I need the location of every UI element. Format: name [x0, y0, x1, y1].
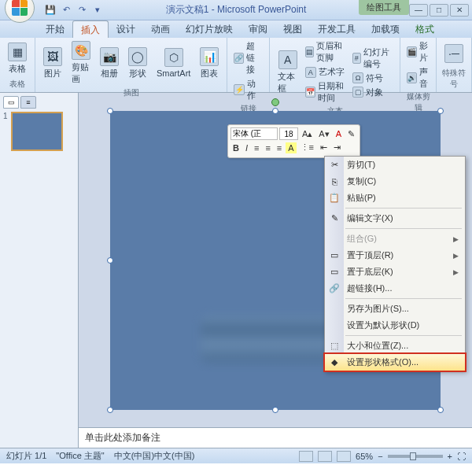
slideshow-view-button[interactable]	[337, 451, 351, 462]
slide-thumbnail[interactable]: 1	[3, 112, 75, 151]
chart-button[interactable]: 📊图表	[197, 46, 222, 81]
tab-format[interactable]: 格式	[407, 20, 442, 38]
normal-view-button[interactable]	[299, 451, 313, 462]
chart-label: 图表	[201, 68, 218, 79]
slidenumber-button[interactable]: #幻灯片编号	[351, 46, 395, 71]
undo-icon[interactable]: ↶	[60, 4, 72, 17]
shapes-button[interactable]: ◯形状	[125, 46, 150, 81]
zoom-level[interactable]: 65%	[356, 452, 373, 461]
picture-icon: 🖼	[43, 47, 62, 66]
picture-button[interactable]: 🖼图片	[40, 46, 65, 81]
align-right-icon[interactable]: ≡	[275, 142, 284, 153]
selection-handle[interactable]	[107, 257, 113, 264]
zoom-out-icon[interactable]: −	[378, 452, 382, 461]
menu-item[interactable]: ▭置于底层(K)▶	[325, 264, 465, 280]
tab-developer[interactable]: 开发工具	[310, 20, 363, 38]
menu-separator	[345, 208, 462, 208]
tab-home[interactable]: 开始	[38, 20, 72, 38]
special-icon: ·─	[444, 44, 463, 63]
office-button[interactable]	[5, 0, 35, 23]
menu-item[interactable]: ⎘复制(C)	[325, 173, 465, 190]
italic-icon[interactable]: I	[243, 142, 250, 153]
qat-dropdown-icon[interactable]: ▾	[91, 4, 104, 17]
menu-item[interactable]: ▭置于顶层(R)▶	[325, 247, 465, 264]
tab-design[interactable]: 设计	[109, 20, 143, 38]
selection-handle[interactable]	[107, 407, 113, 413]
tables-button[interactable]: ▦表格	[5, 41, 30, 76]
thumb-number: 1	[3, 112, 8, 120]
close-button[interactable]: ✕	[450, 4, 469, 17]
tab-review[interactable]: 审阅	[241, 20, 275, 38]
smartart-icon: ⬡	[164, 48, 183, 67]
status-language[interactable]: 中文(中国)中文(中国)	[114, 450, 195, 462]
selection-handle[interactable]	[272, 407, 278, 413]
special-symbol-button[interactable]: ·─	[441, 42, 466, 65]
smartart-button[interactable]: ⬡SmartArt	[153, 46, 194, 79]
tab-insert[interactable]: 插入	[72, 20, 109, 38]
movie-button[interactable]: 🎬影片	[405, 39, 431, 65]
main-area: A▴ A▾ A ✎ B I ≡ ≡ ≡ A ⋮≡ ⇤ ⇥ ✂剪切(T)⎘复制(C…	[79, 93, 472, 448]
zoom-slider[interactable]	[388, 455, 443, 458]
fit-window-icon[interactable]: ⛶	[457, 452, 466, 461]
menu-item-label: 剪切(T)	[347, 159, 375, 171]
menu-item[interactable]: 🔗超链接(H)...	[325, 280, 465, 297]
indent-decrease-icon[interactable]: ⇤	[318, 142, 330, 153]
sound-button[interactable]: 🔊声音	[405, 65, 431, 90]
zoom-in-icon[interactable]: +	[448, 452, 452, 461]
menu-item[interactable]: 📋粘贴(P)	[325, 190, 465, 206]
font-size[interactable]	[279, 127, 298, 140]
menu-item[interactable]: 设置为默认形状(D)	[325, 317, 465, 334]
notes-pane[interactable]: 单击此处添加备注	[79, 427, 472, 448]
clipart-button[interactable]: 🎨剪贴画	[68, 39, 94, 87]
grow-font-icon[interactable]: A▴	[300, 128, 315, 140]
menu-item[interactable]: ⬚大小和位置(Z)...	[325, 338, 465, 354]
highlight-icon[interactable]: A	[286, 142, 296, 153]
wordart-button[interactable]: A艺术字	[304, 65, 348, 79]
selection-handle[interactable]	[107, 108, 113, 114]
header-label: 页眉和页脚	[316, 40, 346, 64]
save-icon[interactable]: 💾	[44, 4, 57, 17]
selection-handle[interactable]	[437, 108, 444, 114]
selection-handle[interactable]	[272, 108, 278, 114]
maximize-button[interactable]: □	[430, 4, 448, 17]
minimize-button[interactable]: —	[409, 4, 428, 17]
hyperlink-button[interactable]: 🔗超链接	[232, 39, 264, 76]
quick-access-toolbar: 💾 ↶ ↷ ▾	[44, 4, 104, 17]
bullets-icon[interactable]: ⋮≡	[298, 142, 316, 153]
rotate-handle[interactable]	[271, 98, 279, 106]
selection-handle[interactable]	[437, 407, 444, 413]
menu-item-label: 设置形状格式(O)...	[347, 356, 419, 368]
symbol-button[interactable]: Ω符号	[351, 72, 395, 85]
album-button[interactable]: 📷相册	[97, 46, 122, 81]
align-center-icon[interactable]: ≡	[263, 142, 272, 153]
align-left-icon[interactable]: ≡	[252, 142, 261, 153]
thumb-preview	[11, 112, 63, 151]
sound-label: 声音	[419, 66, 430, 90]
font-color-icon[interactable]: A	[334, 128, 344, 139]
textbox-button[interactable]: A文本框	[275, 49, 300, 96]
indent-increase-icon[interactable]: ⇥	[331, 142, 343, 153]
menu-item[interactable]: ◆设置形状格式(O)...	[324, 353, 466, 371]
office-logo-icon	[12, 0, 28, 16]
textbox-icon: A	[278, 50, 297, 69]
sorter-view-button[interactable]	[318, 451, 332, 462]
header-footer-button[interactable]: ▤页眉和页脚	[304, 39, 348, 65]
shrink-font-icon[interactable]: A▾	[316, 128, 331, 140]
menu-item[interactable]: ✂剪切(T)	[325, 157, 465, 173]
table-icon: ▦	[8, 42, 27, 61]
redo-icon[interactable]: ↷	[76, 4, 88, 17]
outline-tab[interactable]: ≡	[20, 96, 36, 109]
format-painter-icon[interactable]: ✎	[345, 128, 357, 140]
tab-slideshow[interactable]: 幻灯片放映	[178, 20, 241, 38]
slides-tab[interactable]: ▭	[3, 96, 19, 109]
tab-addins[interactable]: 加载项	[363, 20, 407, 38]
menu-item-label: 大小和位置(Z)...	[347, 340, 408, 352]
menu-item[interactable]: ✎编辑文字(X)	[325, 210, 465, 227]
bold-icon[interactable]: B	[230, 142, 242, 153]
zoom-thumb[interactable]	[410, 452, 416, 460]
tab-animations[interactable]: 动画	[143, 20, 178, 38]
menu-item[interactable]: 另存为图片(S)...	[325, 301, 465, 317]
tab-view[interactable]: 视图	[275, 20, 310, 38]
statusbar: 幻灯片 1/1 "Office 主题" 中文(中国)中文(中国) 65% − +…	[0, 448, 472, 463]
font-selector[interactable]	[230, 127, 278, 140]
